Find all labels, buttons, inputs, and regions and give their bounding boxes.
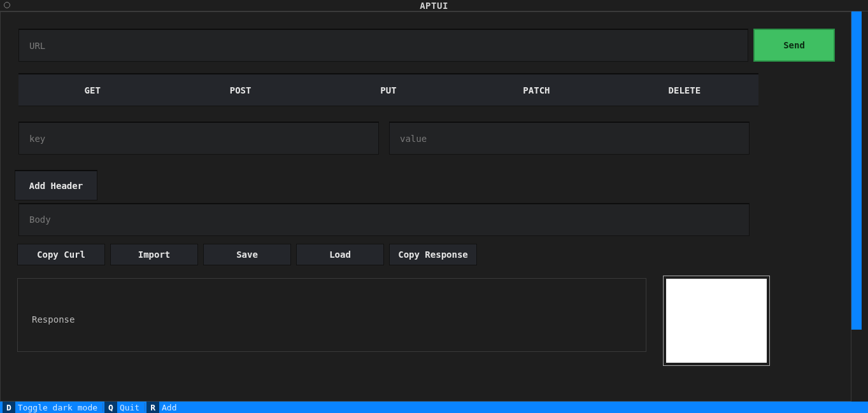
footer-key-q[interactable]: Q [104,402,117,413]
load-button[interactable]: Load [296,244,384,265]
response-box: Response [17,278,646,352]
window-title: APTUI [0,1,868,11]
method-tab-get[interactable]: GET [18,74,166,106]
footer-label-quit: Quit [120,403,139,412]
action-row: Copy Curl Import Save Load Copy Response [17,244,851,265]
preview-panel-inner [666,279,767,363]
app-window: APTUI Send GET POST PUT PATCH DELETE Add… [0,0,868,413]
footer-label-toggle-dark-mode: Toggle dark mode [18,403,97,412]
footer-bar: D Toggle dark mode Q Quit R Add [0,402,868,413]
save-button[interactable]: Save [203,244,291,265]
add-header-button[interactable]: Add Header [15,170,97,200]
http-method-tabs: GET POST PUT PATCH DELETE [18,73,758,106]
titlebar: APTUI [0,0,868,11]
scrollbar-right[interactable] [851,11,862,330]
method-tab-patch[interactable]: PATCH [462,74,610,106]
content-area: Send GET POST PUT PATCH DELETE Add Heade… [1,12,851,401]
header-kv-row [18,122,750,155]
preview-panel [663,276,770,366]
footer-label-add: Add [162,403,176,412]
url-row: Send [18,29,835,62]
send-button[interactable]: Send [753,29,835,62]
response-area: Response [17,276,753,365]
method-tab-delete[interactable]: DELETE [611,74,758,106]
footer-separator [145,403,145,412]
footer-separator [103,403,103,412]
copy-response-button[interactable]: Copy Response [389,244,477,265]
copy-curl-button[interactable]: Copy Curl [17,244,105,265]
method-tab-post[interactable]: POST [166,74,314,106]
url-input[interactable] [18,29,748,62]
footer-key-r[interactable]: R [146,402,159,413]
import-button[interactable]: Import [110,244,198,265]
response-label: Response [32,314,75,325]
header-key-input[interactable] [18,122,379,155]
footer-key-d[interactable]: D [3,402,15,413]
method-tab-put[interactable]: PUT [315,74,462,106]
app-frame: Send GET POST PUT PATCH DELETE Add Heade… [0,11,851,402]
header-value-input[interactable] [389,122,750,155]
body-input[interactable] [18,203,750,236]
